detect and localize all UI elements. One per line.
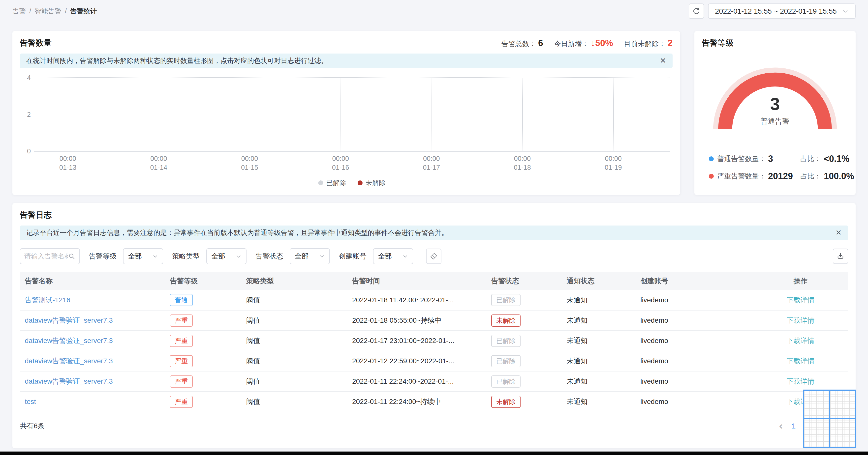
cell-account: livedemo bbox=[639, 331, 753, 351]
x-axis-label: 00:0001-19 bbox=[604, 154, 622, 172]
chevron-down-icon bbox=[319, 253, 325, 259]
cell-alert-name: 告警测试-1216 bbox=[20, 290, 169, 310]
x-axis-label: 00:0001-13 bbox=[59, 154, 76, 172]
cell-alert-time: 2022-01-11 22:24:00~2022-01-... bbox=[351, 371, 490, 392]
status-badge: 已解除 bbox=[491, 376, 521, 388]
column-header: 操作 bbox=[753, 272, 848, 290]
level-label: 普通告警数量： bbox=[717, 154, 768, 164]
select-value: 全部 bbox=[294, 252, 309, 261]
download-detail-link[interactable]: 下载详情 bbox=[787, 337, 814, 345]
column-header: 告警等级 bbox=[169, 272, 245, 290]
cell-alert-status: 已解除 bbox=[490, 331, 566, 351]
search-input[interactable] bbox=[24, 253, 68, 260]
filter-label-3: 创建账号 bbox=[339, 252, 367, 261]
cell-notify-status: 未通知 bbox=[566, 290, 639, 310]
legend-item[interactable]: 未解除 bbox=[358, 178, 385, 187]
y-axis-label: 2 bbox=[21, 111, 31, 119]
status-badge: 已解除 bbox=[491, 355, 521, 367]
alert-name-link[interactable]: 告警测试-1216 bbox=[25, 296, 70, 304]
alert-log-title: 告警日志 bbox=[20, 210, 848, 221]
cell-policy-type: 阈值 bbox=[245, 331, 351, 351]
download-detail-link[interactable]: 下载详情 bbox=[787, 378, 814, 385]
page-number[interactable]: 1 bbox=[792, 422, 796, 430]
alert-count-card: 告警数量 告警总数：6今日新增：↓50%目前未解除：2 在统计时间段内，告警解除… bbox=[12, 31, 680, 195]
cell-policy-type: 阈值 bbox=[245, 290, 351, 310]
table-row: test严重阈值2022-01-11 22:24:00~持续中未解除未通知liv… bbox=[20, 392, 848, 412]
stat-value: 2 bbox=[668, 38, 673, 48]
alert-level-gauge: 3 普通告警 bbox=[711, 64, 839, 134]
download-detail-link[interactable]: 下载详情 bbox=[787, 357, 814, 365]
table-row: dataview告警验证_server7.3严重阈值2022-01-18 05:… bbox=[20, 310, 848, 331]
filter-label-1: 策略类型 bbox=[172, 252, 200, 261]
select-value: 全部 bbox=[128, 252, 142, 261]
refresh-button[interactable] bbox=[689, 3, 704, 19]
cell-action: 下载详情 bbox=[753, 371, 848, 392]
level-badge: 严重 bbox=[170, 396, 193, 408]
table-header-row: 告警名称告警等级策略类型告警时间告警状态通知状态创建账号操作 bbox=[20, 272, 848, 290]
search-input-box[interactable] bbox=[20, 248, 80, 264]
cell-alert-time: 2022-01-12 22:59:00~2022-01-... bbox=[351, 351, 490, 371]
close-icon[interactable]: ✕ bbox=[836, 229, 842, 236]
stat-item: 告警总数：6 bbox=[501, 38, 543, 48]
alert-name-link[interactable]: dataview告警验证_server7.3 bbox=[25, 378, 113, 385]
close-icon[interactable]: ✕ bbox=[660, 57, 666, 64]
table-footer: 共有6条 ‹ 1 › bbox=[20, 421, 848, 431]
cell-alert-status: 未解除 bbox=[490, 392, 566, 412]
cell-alert-status: 已解除 bbox=[490, 351, 566, 371]
chevron-down-icon bbox=[236, 253, 242, 259]
stat-item: 目前未解除：2 bbox=[624, 38, 673, 48]
date-range-picker[interactable]: 2022-01-12 15:55 ~ 2022-01-19 15:55 bbox=[708, 3, 856, 19]
filter-bar: 告警等级全部策略类型全部告警状态全部创建账号全部 bbox=[20, 248, 848, 264]
breadcrumb-item-alert[interactable]: 告警 bbox=[12, 7, 26, 15]
level-legend-row: 严重告警数量：20129占比：100.0% bbox=[709, 171, 841, 182]
bottom-bar bbox=[0, 452, 868, 455]
cell-alert-level: 严重 bbox=[169, 392, 245, 412]
alert-name-link[interactable]: test bbox=[25, 398, 36, 405]
ratio-value: <0.1% bbox=[824, 154, 849, 164]
filter-select-3[interactable]: 全部 bbox=[373, 248, 413, 264]
cell-action: 下载详情 bbox=[753, 331, 848, 351]
clear-filter-button[interactable] bbox=[426, 249, 441, 264]
alert-count-banner: 在统计时间段内，告警解除与未解除两种状态的实时数量柱形图，点击对应的色块可对日志… bbox=[20, 54, 673, 68]
cell-action: 下载详情 bbox=[753, 351, 848, 371]
filter-select-1[interactable]: 全部 bbox=[206, 248, 247, 264]
alert-name-link[interactable]: dataview告警验证_server7.3 bbox=[25, 317, 113, 324]
y-axis-label: 0 bbox=[21, 148, 31, 155]
alert-name-link[interactable]: dataview告警验证_server7.3 bbox=[25, 357, 113, 365]
download-button[interactable] bbox=[833, 249, 848, 264]
banner-text: 记录平台近一个月告警日志信息，需要注意的是：异常事件在当前版本默认为普通等级告警… bbox=[26, 228, 448, 237]
cell-policy-type: 阈值 bbox=[245, 392, 351, 412]
alert-log-card: 告警日志 记录平台近一个月告警日志信息，需要注意的是：异常事件在当前版本默认为普… bbox=[12, 203, 856, 448]
column-header: 告警名称 bbox=[20, 272, 169, 290]
filter-select-2[interactable]: 全部 bbox=[290, 248, 330, 264]
filter-label-0: 告警等级 bbox=[89, 252, 117, 261]
breadcrumb-item-alert-statistics: 告警统计 bbox=[70, 7, 97, 15]
legend-item[interactable]: 已解除 bbox=[318, 178, 346, 187]
breadcrumb-item-smart-alert[interactable]: 智能告警 bbox=[35, 7, 62, 15]
level-badge: 严重 bbox=[170, 376, 193, 388]
x-axis-label: 00:0001-15 bbox=[241, 154, 258, 172]
cell-action: 下载详情 bbox=[753, 290, 848, 310]
filter-select-0[interactable]: 全部 bbox=[123, 248, 163, 264]
topbar-controls: 2022-01-12 15:55 ~ 2022-01-19 15:55 bbox=[689, 3, 856, 19]
alert-count-title: 告警数量 bbox=[20, 38, 52, 48]
prev-page-icon[interactable]: ‹ bbox=[779, 421, 783, 431]
x-axis-label: 00:0001-16 bbox=[332, 154, 349, 172]
bars[interactable] bbox=[34, 78, 670, 151]
cell-notify-status: 未通知 bbox=[566, 310, 639, 331]
select-value: 全部 bbox=[211, 252, 225, 261]
table-row: dataview告警验证_server7.3严重阈值2022-01-12 22:… bbox=[20, 351, 848, 371]
download-detail-link[interactable]: 下载详情 bbox=[787, 296, 814, 304]
cell-alert-level: 严重 bbox=[169, 310, 245, 331]
bar-chart-plot: 024 bbox=[34, 77, 670, 152]
stat-label: 今日新增： bbox=[554, 39, 589, 48]
alert-name-link[interactable]: dataview告警验证_server7.3 bbox=[25, 337, 113, 345]
download-icon bbox=[836, 252, 845, 260]
legend-label: 已解除 bbox=[326, 178, 346, 187]
status-badge: 未解除 bbox=[491, 396, 521, 408]
cell-alert-name: dataview告警验证_server7.3 bbox=[20, 331, 169, 351]
alert-level-title: 告警等级 bbox=[702, 38, 848, 48]
download-detail-link[interactable]: 下载详情 bbox=[787, 317, 814, 324]
cell-account: livedemo bbox=[639, 351, 753, 371]
ratio-label: 占比： bbox=[800, 171, 824, 181]
